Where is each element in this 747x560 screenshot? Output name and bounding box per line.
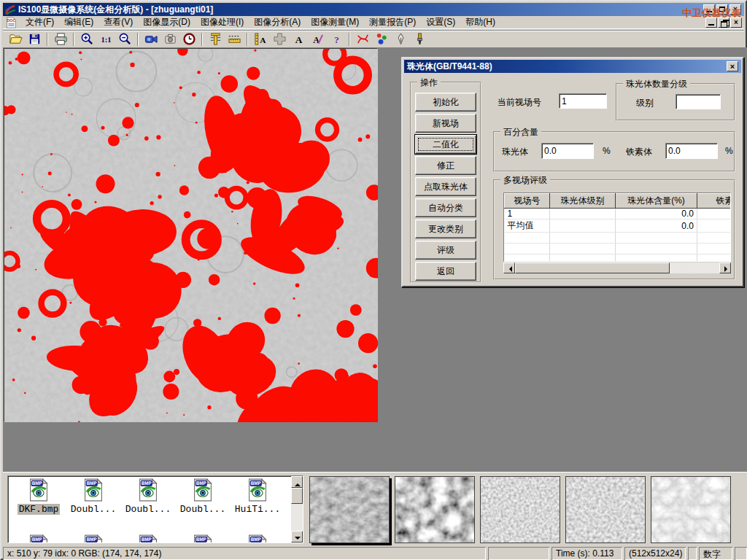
rating-table[interactable]: 视场号 珠光体级别 珠光体含量(%) 铁素体 1 0.0 平均值 xyxy=(503,192,731,262)
color-points-icon[interactable] xyxy=(372,31,391,47)
new-field-button[interactable]: 新视场 xyxy=(415,114,476,133)
table-row[interactable]: 平均值 0.0 xyxy=(505,219,732,233)
document-icon: DOC xyxy=(4,16,18,28)
bmp-file-icon: BMP xyxy=(28,494,50,504)
dialog-close-icon[interactable]: × xyxy=(727,61,738,71)
thumbnail-5[interactable] xyxy=(651,476,731,543)
menu-image-measure[interactable]: 图像测量(M) xyxy=(306,15,364,29)
multifield-group: 多视场评级 视场号 珠光体级别 珠光体含量(%) 铁素体 1 xyxy=(493,179,735,280)
level-label: 级别 xyxy=(636,97,654,109)
save-floppy-icon[interactable] xyxy=(25,31,44,47)
pearlite-percent-input[interactable] xyxy=(541,143,594,159)
application-window: IS100显微摄像系统(金相分析版) - [zhuguangti01] × 中卫… xyxy=(0,0,747,560)
printer-icon[interactable] xyxy=(51,31,70,47)
menu-edit[interactable]: 编辑(E) xyxy=(59,15,98,29)
menu-image-analysis[interactable]: 图像分析(A) xyxy=(249,15,306,29)
actual-size-1to1-icon[interactable]: 1:1 xyxy=(96,31,115,47)
thumbnail-4[interactable] xyxy=(565,476,646,543)
file-item[interactable]: BMP HuiTi... xyxy=(231,478,284,515)
file-item[interactable]: BMP xyxy=(122,534,174,543)
menu-file[interactable]: 文件(F) xyxy=(20,15,59,29)
grading-group-label: 珠光体数量分级 xyxy=(623,78,690,90)
toolbar-separator xyxy=(247,33,248,46)
current-field-label: 当前视场号 xyxy=(498,96,541,109)
timer-clock-icon[interactable] xyxy=(179,31,198,47)
file-list-scrollbar[interactable] xyxy=(291,476,303,542)
scroll-left-icon[interactable] xyxy=(503,262,515,273)
pick-pearlite-button[interactable]: 点取珠光体 xyxy=(415,177,476,196)
svg-text:?: ? xyxy=(334,34,339,45)
binarize-button[interactable]: 二值化 xyxy=(415,135,476,154)
rate-button[interactable]: 评级 xyxy=(415,241,476,260)
svg-text:BMP: BMP xyxy=(196,537,206,542)
svg-text:BMP: BMP xyxy=(142,481,152,486)
scroll-up-icon[interactable] xyxy=(291,476,303,488)
text-label-icon[interactable]: A xyxy=(289,31,308,47)
file-item[interactable]: BMP xyxy=(67,534,120,543)
spline-curve-icon[interactable] xyxy=(353,31,372,47)
file-item[interactable]: BMP DKF.bmp xyxy=(12,478,65,515)
menu-image-display[interactable]: 图像显示(D) xyxy=(138,15,196,29)
menu-image-process[interactable]: 图像处理(I) xyxy=(196,15,249,29)
file-item[interactable]: BMP xyxy=(177,534,229,543)
text-edit-icon[interactable]: A xyxy=(308,31,327,47)
svg-text:BMP: BMP xyxy=(251,481,261,486)
file-item[interactable]: BMP xyxy=(12,534,65,543)
zoom-out-icon[interactable] xyxy=(115,31,134,47)
menu-help[interactable]: 帮助(H) xyxy=(460,15,500,29)
ferrite-percent-input[interactable] xyxy=(665,143,718,159)
menu-measure-report[interactable]: 测量报告(P) xyxy=(364,15,421,29)
auto-classify-button[interactable]: 自动分类 xyxy=(415,198,476,217)
scroll-thumb[interactable] xyxy=(291,488,303,504)
pearlite-dialog: 珠光体(GB/T9441-88) × 操作 初始化 新视场 二值化 修正 点取珠… xyxy=(401,57,744,287)
col-pearlite-level: 珠光体级别 xyxy=(550,194,616,209)
pearlite-label: 珠光体 xyxy=(502,146,528,158)
brush-tool-icon[interactable] xyxy=(410,31,429,47)
file-browser[interactable]: BMP DKF.bmp BMP Doubl... BMP Doubl... BM… xyxy=(7,475,303,543)
open-folder-icon[interactable] xyxy=(6,31,25,47)
thumbnail-2[interactable] xyxy=(395,476,475,543)
change-class-button[interactable]: 更改类别 xyxy=(415,219,476,238)
bmp-file-icon: BMP xyxy=(192,494,214,504)
scroll-down-icon[interactable] xyxy=(291,531,303,542)
specimen-image[interactable] xyxy=(4,48,377,421)
caliper-icon[interactable] xyxy=(206,31,225,47)
operation-group: 操作 初始化 新视场 二值化 修正 点取珠光体 自动分类 更改类别 评级 返回 xyxy=(410,82,481,283)
toolbar-separator xyxy=(73,33,74,46)
thumbnail-3[interactable] xyxy=(480,476,560,543)
camera-capture-icon[interactable] xyxy=(160,31,179,47)
vendor-watermark: 中卫仪器仪表 xyxy=(682,7,741,20)
col-field-no: 视场号 xyxy=(505,194,550,209)
percent-group: 百分含量 珠光体 % 铁素体 % xyxy=(493,131,735,172)
menu-view[interactable]: 查看(V) xyxy=(98,15,138,29)
operation-group-label: 操作 xyxy=(417,77,441,89)
col-ferrite: 铁素体 xyxy=(697,194,732,209)
file-item[interactable]: BMP Doubl... xyxy=(177,478,229,515)
zoom-in-icon[interactable] xyxy=(77,31,96,47)
table-horizontal-scrollbar[interactable] xyxy=(503,262,731,273)
level-input[interactable] xyxy=(676,94,721,109)
current-field-input[interactable] xyxy=(559,93,607,109)
init-button[interactable]: 初始化 xyxy=(415,93,476,112)
svg-text:BMP: BMP xyxy=(196,481,206,486)
ruler-icon[interactable] xyxy=(225,31,244,47)
file-item[interactable]: BMP xyxy=(231,534,284,543)
status-image-size: (512x512x24) xyxy=(624,547,686,560)
measure-text-icon[interactable]: A xyxy=(251,31,270,47)
help-icon[interactable]: ? xyxy=(327,31,346,47)
correct-button[interactable]: 修正 xyxy=(415,156,476,175)
scroll-right-icon[interactable] xyxy=(719,262,731,273)
pen-tool-icon[interactable] xyxy=(391,31,410,47)
return-button[interactable]: 返回 xyxy=(415,262,476,281)
dialog-title-bar[interactable]: 珠光体(GB/T9441-88) × xyxy=(404,60,741,73)
video-camera-icon[interactable] xyxy=(142,31,160,47)
thumbnail-1[interactable] xyxy=(309,476,390,543)
scroll-thumb[interactable] xyxy=(515,262,670,273)
table-row[interactable]: 1 0.0 xyxy=(505,209,732,219)
grid-cross-icon[interactable] xyxy=(270,31,289,47)
file-item[interactable]: BMP Doubl... xyxy=(67,478,120,515)
menu-settings[interactable]: 设置(S) xyxy=(421,15,460,29)
table-row xyxy=(505,254,732,262)
file-item[interactable]: BMP Doubl... xyxy=(122,478,174,515)
menu-bar: DOC 文件(F) 编辑(E) 查看(V) 图像显示(D) 图像处理(I) 图像… xyxy=(3,16,744,29)
